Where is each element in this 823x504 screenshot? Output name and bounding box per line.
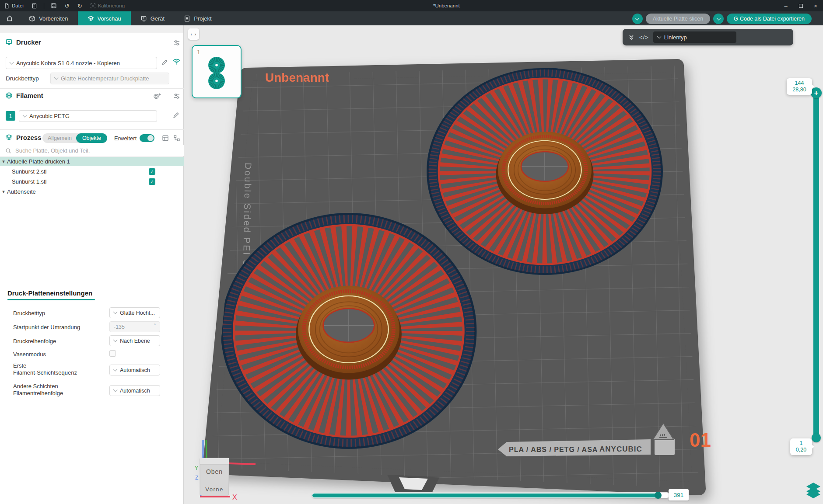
file-menu[interactable]: Datei xyxy=(0,0,28,11)
add-filament-icon[interactable] xyxy=(153,93,161,101)
close-button[interactable]: × xyxy=(808,3,823,9)
segment-allgemein[interactable]: Allgemein xyxy=(42,135,76,141)
tree-item-object[interactable]: Sunburst 2.stl ✓ xyxy=(0,167,184,176)
search-input[interactable] xyxy=(14,147,154,154)
filament-settings-sliders-icon[interactable] xyxy=(173,93,180,100)
filament-select[interactable]: Anycubic PETG xyxy=(19,110,157,122)
layer-slider-track[interactable] xyxy=(813,91,819,439)
bed-type-select[interactable]: Glatte Hochtemperatur-Druckplatte xyxy=(50,73,169,84)
setting-bed-type-select[interactable]: Glatte Hocht... xyxy=(109,307,160,318)
process-section-header: Prozess xyxy=(5,134,42,141)
collapse-panel-icon[interactable] xyxy=(628,34,635,41)
tab-projekt[interactable]: Projekt xyxy=(174,11,221,25)
tree-item-object[interactable]: Sunburst 1.stl ✓ xyxy=(0,177,184,186)
home-button[interactable] xyxy=(0,11,19,25)
layers-fab-icon[interactable] xyxy=(805,482,821,501)
notes-icon[interactable] xyxy=(28,0,41,11)
tab-vorbereiten[interactable]: Vorbereiten xyxy=(19,11,78,25)
tree-item-plate-label: Aktuelle Platte drucken 1 xyxy=(7,158,70,165)
slice-dropdown-button[interactable] xyxy=(632,14,643,24)
maximize-button[interactable] xyxy=(793,3,808,9)
object-visible-checkbox[interactable]: ✓ xyxy=(149,178,155,185)
viewport-3d-scene[interactable]: Double Sided PEI Sh PLA / ABS / PETG / A… xyxy=(184,25,823,504)
caret-down-icon[interactable]: ▾ xyxy=(0,159,7,164)
window-title: *Unbenannt xyxy=(433,0,460,11)
tab-geraet[interactable]: Gerät xyxy=(131,11,175,25)
process-layers-icon xyxy=(5,134,13,141)
project-icon xyxy=(184,15,190,22)
setting-first-seq-label: Erste Filament-Schichtsequenz xyxy=(13,362,77,376)
layer-bottom-tooltip: 1 0,20 xyxy=(790,438,812,455)
setting-bed-type-label: Druckbetttyp xyxy=(13,310,45,316)
printer-select-value: Anycubic Kobra S1 0.4 nozzle - Kopieren xyxy=(16,60,120,66)
sliced-object-sunburst-1[interactable] xyxy=(221,213,477,449)
tab-label: Projekt xyxy=(194,15,211,22)
setting-seam-input[interactable]: -135 ° xyxy=(109,321,160,332)
plate-name-watermark: Unbenannt xyxy=(265,71,329,84)
tree-item-label: Sunburst 1.stl xyxy=(12,178,47,185)
segment-objekte[interactable]: Objekte xyxy=(76,133,107,143)
save-icon[interactable] xyxy=(47,0,61,11)
tab-vorschau[interactable]: Vorschau xyxy=(78,11,131,25)
undo-icon[interactable]: ↺ xyxy=(61,0,74,11)
list-view-icon[interactable] xyxy=(162,135,169,143)
chevron-down-icon xyxy=(657,34,661,38)
chevron-down-icon xyxy=(113,338,118,342)
layer-slider-top-handle[interactable]: + xyxy=(811,87,822,98)
file-icon xyxy=(4,3,10,9)
kalibrierung-label: Kalibrierung xyxy=(98,3,125,8)
linetype-select-value: Linientyp xyxy=(664,34,687,41)
linetype-select[interactable]: Linientyp xyxy=(653,31,736,43)
edit-printer-icon[interactable] xyxy=(161,59,168,68)
printer-settings-sliders-icon[interactable] xyxy=(173,39,180,46)
printer-select[interactable]: Anycubic Kobra S1 0.4 nozzle - Kopieren xyxy=(6,57,157,69)
vase-mode-checkbox[interactable] xyxy=(109,350,116,357)
plate-settings-title: Druck-Platteneinstellungen xyxy=(7,289,92,297)
edit-filament-icon[interactable] xyxy=(172,111,180,121)
process-scope-segment: Allgemein Objekte xyxy=(42,133,107,143)
slice-plate-button[interactable]: Aktuelle Platte slicen xyxy=(646,14,710,24)
filament-spool-icon xyxy=(5,92,13,99)
axis-z-label: Z xyxy=(195,475,198,481)
export-gcode-label: G-Code als Datei exportieren xyxy=(734,16,805,22)
caret-down-icon[interactable]: ▾ xyxy=(0,189,7,195)
gizmo-front-label: Vorne xyxy=(205,486,223,493)
setting-order-value: Nach Ebene xyxy=(120,338,150,344)
redo-icon[interactable]: ↻ xyxy=(74,0,86,11)
cube-icon xyxy=(29,15,35,22)
search-icon xyxy=(5,148,11,154)
export-gcode-button[interactable]: G-Code als Datei exportieren xyxy=(727,14,812,24)
gcode-view-icon[interactable]: </> xyxy=(639,34,649,41)
setting-other-seq-select[interactable]: Automatisch xyxy=(109,385,160,396)
section-divider xyxy=(0,88,184,89)
setting-first-seq-select[interactable]: Automatisch xyxy=(109,365,160,375)
tree-item-plate[interactable]: ▾ Aktuelle Platte drucken 1 xyxy=(0,157,184,166)
slice-plate-label: Aktuelle Platte slicen xyxy=(653,16,703,22)
object-visible-checkbox[interactable]: ✓ xyxy=(149,168,155,175)
setting-order-select[interactable]: Nach Ebene xyxy=(109,335,160,346)
sliced-object-sunburst-2[interactable] xyxy=(427,68,663,275)
move-slider-handle[interactable] xyxy=(655,492,662,499)
setting-other-seq-label: Andere Schichten Filamentreihenfolge xyxy=(13,383,63,397)
plate-thumbnail-card[interactable]: 1 xyxy=(192,45,242,98)
layer-slider-bottom-handle[interactable] xyxy=(812,433,821,442)
minimize-button[interactable]: – xyxy=(778,3,793,9)
kalibrierung-button[interactable]: Kalibrierung xyxy=(86,0,129,11)
gizmo-top-label: Oben xyxy=(206,468,223,475)
wifi-icon[interactable] xyxy=(172,58,181,67)
chevron-down-icon xyxy=(635,16,640,21)
tree-item-outside[interactable]: ▾ Außenseite xyxy=(0,187,184,196)
chevron-down-icon xyxy=(10,60,14,64)
erweitert-toggle[interactable] xyxy=(140,134,154,142)
degree-unit: ° xyxy=(154,322,156,328)
banner-materials-text: PLA / ABS / PETG / ASA xyxy=(509,446,598,453)
object-tree-icon[interactable] xyxy=(173,135,180,143)
filament-slot-badge[interactable]: 1 xyxy=(6,111,15,121)
chevron-down-icon xyxy=(113,310,118,314)
layer-bottom-number: 1 xyxy=(800,440,803,447)
export-dropdown-button[interactable] xyxy=(713,14,724,24)
filament-section-title: Filament xyxy=(16,92,43,99)
sidebar-collapse-button[interactable]: ‹ › xyxy=(188,28,199,40)
chevron-down-icon xyxy=(716,16,721,21)
banner-brand-text: ANYCUBIC xyxy=(599,445,642,453)
